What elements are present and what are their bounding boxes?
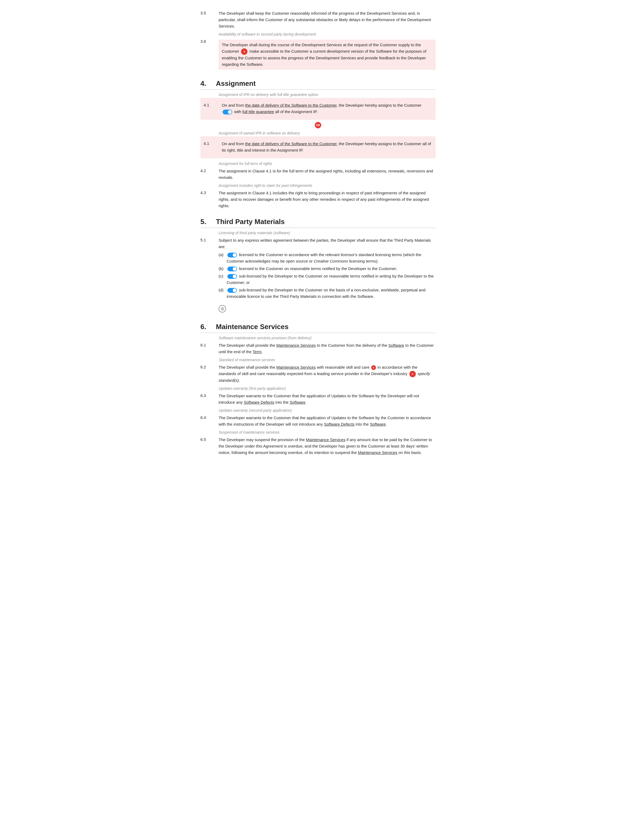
- add-clause-button[interactable]: ⊕: [219, 305, 226, 313]
- or-badge-6-2: ●: [409, 371, 416, 377]
- creative-commons-italic: Creative Commons: [314, 259, 348, 263]
- clause-body-6-3: The Developer warrants to the Customer t…: [219, 393, 436, 406]
- clause-num-6-3: 6.3: [200, 393, 214, 406]
- clause-3-6: 3.6 The Developer shall during the cours…: [200, 38, 436, 71]
- list-item-5-1a: (a) licensed to the Customer in accordan…: [219, 251, 436, 264]
- clause-body-6-2: The Developer shall provide the Maintena…: [219, 364, 436, 384]
- list-label-5-1a: (a): [219, 251, 225, 258]
- clause-num-6-2: 6.2: [200, 364, 214, 384]
- text-before-4-1a: On and from: [222, 103, 245, 107]
- section-5-title: Third Party Materials: [216, 218, 285, 226]
- list-label-5-1d: (d): [219, 287, 225, 293]
- list-label-5-1b: (b): [219, 265, 225, 272]
- clause-num-5-1: 5.1: [200, 237, 214, 301]
- clause-num-4-1a: 4.1: [204, 102, 217, 115]
- text-5-1a: licensed to the Customer in accordance w…: [227, 253, 422, 263]
- or-badge-3-6: ●: [241, 48, 247, 55]
- toggle-5-1a[interactable]: [227, 253, 237, 257]
- clause-5-1-intro: Subject to any express written agreement…: [219, 238, 431, 249]
- text-after-3-6: make accessible to the Customer a curren…: [222, 49, 426, 66]
- list-body-5-1b: licensed to the Customer on reasonable t…: [227, 265, 397, 272]
- list-body-5-1c: sub-licensed by the Developer to the Cus…: [227, 273, 436, 286]
- text-5-1b: licensed to the Customer on reasonable t…: [239, 266, 397, 271]
- highlighted-4-1a: the date of delivery of the Software to …: [245, 103, 337, 107]
- clause-body-4-2: The assignment in Clause 4.1 is for the …: [219, 168, 436, 181]
- label-4-1a: Assignment of IPR on delivery with full …: [219, 93, 436, 97]
- clause-4-2: 4.2 The assignment in Clause 4.1 is for …: [200, 168, 436, 181]
- or-red-6-2: ●: [371, 365, 376, 370]
- text-before-4-1b: On and from: [222, 141, 245, 146]
- list-body-5-1d: sub-licensed by the Developer to the Cus…: [227, 287, 436, 300]
- clause-body-4-1a: On and from the date of delivery of the …: [222, 102, 432, 115]
- clause-6-5: 6.5 The Developer may suspend the provis…: [200, 437, 436, 456]
- section-6-number: 6.: [200, 323, 211, 331]
- label-4-1b: Assignment of owned IPR in software on d…: [219, 131, 436, 135]
- toggle-5-1d[interactable]: [227, 288, 237, 293]
- section-5-header: 5. Third Party Materials: [200, 218, 436, 228]
- label-availability: Availability of software to second party…: [219, 32, 436, 36]
- text-before-6-5: The Developer may suspend the provision …: [219, 437, 306, 442]
- text-5-1d: sub-licensed by the Developer to the Cus…: [227, 288, 425, 298]
- section-4-number: 4.: [200, 79, 211, 88]
- clause-body-6-5: The Developer may suspend the provision …: [219, 437, 436, 456]
- text-final-6-3: .: [305, 400, 307, 404]
- text-final-6-1: .: [261, 349, 263, 354]
- clause-6-3: 6.3 The Developer warrants to the Custom…: [200, 393, 436, 406]
- toggle-4-1a[interactable]: [223, 110, 232, 114]
- label-6-3: Updates warranty (first party applicatio…: [219, 386, 436, 391]
- text-mid-6-1: to the Customer from the delivery of the: [316, 343, 389, 347]
- clause-4-3: 4.3 The assignment in Clause 4.1 include…: [200, 190, 436, 209]
- clause-num-4-2: 4.2: [200, 168, 214, 181]
- clause-num-6-4: 6.4: [200, 415, 214, 428]
- list-label-5-1c: (c): [219, 273, 225, 279]
- label-4-2: Assignment for full term of rights: [219, 161, 436, 166]
- underline-software-6-3: Software: [290, 400, 305, 404]
- text-end-6-4: into the: [354, 422, 370, 426]
- text-end-6-3: into the: [274, 400, 290, 404]
- label-6-2: Standard of maintenance services: [219, 358, 436, 362]
- underline-term-6-1: Term: [252, 349, 261, 354]
- clause-num-4-3: 4.3: [200, 190, 214, 209]
- text-before-6-2: The Developer shall provide the: [219, 365, 276, 369]
- underline-software-6-1: Software: [388, 343, 404, 347]
- text-mid-6-2: with reasonable skill and care: [316, 365, 371, 369]
- text-5-1c: sub-licensed by the Developer to the Cus…: [227, 274, 434, 285]
- section-4-header: 4. Assignment: [200, 79, 436, 90]
- clause-body-5-1: Subject to any express written agreement…: [219, 237, 436, 301]
- or-badge-4: OR: [315, 122, 321, 128]
- clause-body-3-5: The Developer shall keep the Customer re…: [219, 10, 436, 29]
- clause-num-3-5: 3.5: [200, 10, 214, 29]
- clause-num-4-1b: 4.1: [204, 141, 217, 153]
- highlighted-4-1b: the date of delivery of the Software to …: [245, 141, 337, 146]
- clause-body-4-1b: On and from the date of delivery of the …: [222, 141, 432, 153]
- label-4-3: Assignment includes right to claim for p…: [219, 183, 436, 188]
- toggle-5-1b[interactable]: [227, 267, 237, 272]
- underline-defects-6-3: Software Defects: [244, 400, 274, 404]
- clause-6-2: 6.2 The Developer shall provide the Main…: [200, 364, 436, 384]
- clause-body-4-3: The assignment in Clause 4.1 includes th…: [219, 190, 436, 209]
- clause-4-1b: 4.1 On and from the date of delivery of …: [204, 141, 432, 153]
- clause-num-6-5: 6.5: [200, 437, 214, 456]
- clause-6-4: 6.4 The Developer warrants to the Custom…: [200, 415, 436, 428]
- underline-defects-6-4: Software Defects: [324, 422, 354, 426]
- toggle-5-1c[interactable]: [227, 274, 237, 279]
- full-title-guarantee: full title guarantee: [242, 109, 274, 114]
- clause-num-3-6: 3.6: [200, 38, 214, 71]
- section-5-number: 5.: [200, 218, 211, 226]
- clause-5-1: 5.1 Subject to any express written agree…: [200, 237, 436, 301]
- text-final-6-4: .: [386, 422, 387, 426]
- label-5-1: Licensing of third party materials (soft…: [219, 231, 436, 235]
- underline-maintenance-6-1: Maintenance Services: [276, 343, 316, 347]
- clause-body-6-4: The Developer warrants to the Customer t…: [219, 415, 436, 428]
- clause-4-1a-block: 4.1 On and from the date of delivery of …: [200, 98, 436, 120]
- text-before-3-6: The Developer shall: [222, 43, 259, 47]
- clause-num-6-1: 6.1: [200, 342, 214, 355]
- with-label-4-1a: with: [234, 109, 242, 114]
- list-item-5-1d: (d) sub-licensed by the Developer to the…: [219, 287, 436, 300]
- text-after-4-1a: , the Developer hereby assigns to the Cu…: [337, 103, 422, 107]
- section-4-title: Assignment: [216, 79, 256, 88]
- label-6-5: Suspension of maintenance services: [219, 430, 436, 434]
- clause-4-1b-block: 4.1 On and from the date of delivery of …: [200, 136, 436, 158]
- text-end-6-5: on this basis.: [397, 450, 422, 455]
- clause-3-5: 3.5 The Developer shall keep the Custome…: [200, 10, 436, 29]
